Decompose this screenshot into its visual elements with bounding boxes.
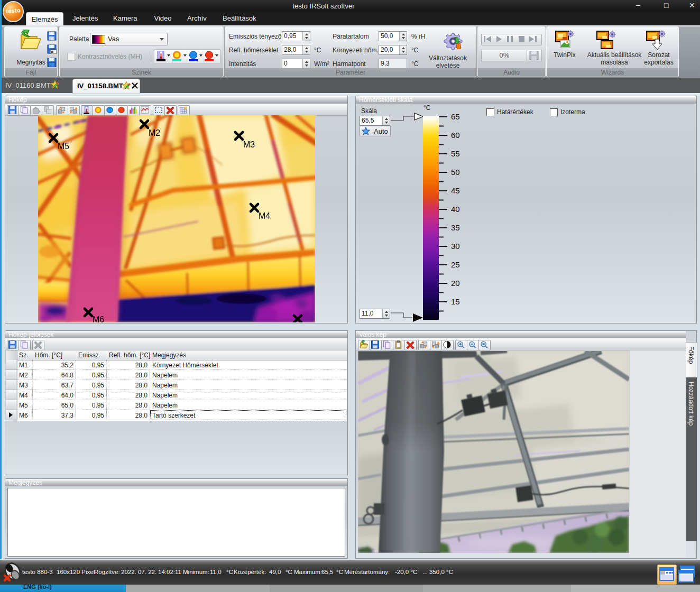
svg-text:M3: M3 — [243, 140, 255, 149]
svg-text:55: 55 — [451, 149, 460, 158]
svg-text:M2: M2 — [149, 128, 160, 137]
svg-text:20: 20 — [451, 279, 460, 288]
svg-text:35: 35 — [451, 223, 460, 232]
svg-text:25: 25 — [451, 260, 460, 269]
svg-text:15: 15 — [451, 297, 460, 306]
svg-text:40: 40 — [451, 205, 460, 214]
svg-text:45: 45 — [451, 186, 460, 195]
svg-text:M4: M4 — [259, 211, 270, 220]
svg-text:65: 65 — [451, 112, 460, 121]
svg-text:°C: °C — [423, 104, 431, 112]
svg-text:30: 30 — [451, 242, 460, 251]
svg-text:60: 60 — [451, 131, 460, 140]
svg-text:M5: M5 — [58, 142, 69, 151]
svg-text:50: 50 — [451, 168, 460, 177]
svg-text:M6: M6 — [93, 315, 104, 322]
